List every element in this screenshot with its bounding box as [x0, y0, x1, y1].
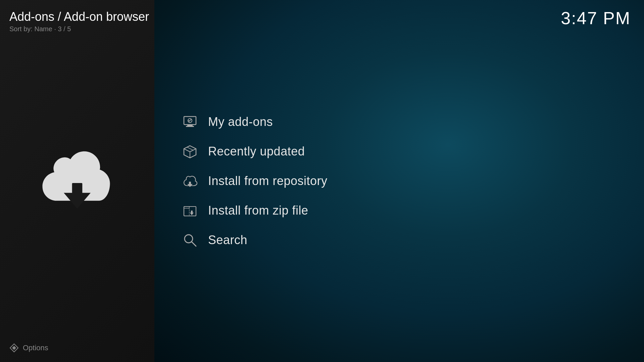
zip-icon [181, 202, 199, 219]
svg-line-9 [184, 149, 190, 152]
box-icon [181, 143, 199, 160]
sidebar-footer[interactable]: Options [9, 343, 48, 353]
svg-rect-15 [184, 207, 196, 216]
install-from-zip-label: Install from zip file [208, 203, 308, 218]
sort-info: Sort by: Name · 3 / 5 [9, 25, 149, 33]
install-from-repository-label: Install from repository [208, 174, 328, 188]
my-addons-label: My add-ons [208, 115, 273, 129]
cloud-icon-container [37, 147, 117, 215]
svg-rect-16 [184, 207, 189, 208]
options-icon [9, 343, 19, 353]
monitor-icon [181, 113, 199, 131]
svg-line-21 [192, 242, 196, 246]
menu-item-install-from-repository[interactable]: Install from repository [175, 168, 644, 194]
options-label: Options [23, 344, 48, 352]
cloud-repo-icon [181, 172, 199, 190]
menu-item-my-addons[interactable]: My add-ons [175, 108, 644, 135]
time-display: 3:47 PM [561, 8, 631, 28]
search-icon [181, 231, 199, 249]
menu-list: My add-ons Recently updated [175, 108, 644, 254]
svg-marker-3 [12, 346, 16, 350]
recently-updated-label: Recently updated [208, 144, 305, 159]
svg-marker-19 [190, 213, 194, 215]
sidebar-header: Add-ons / Add-on browser Sort by: Name ·… [9, 9, 149, 33]
page-title: Add-ons / Add-on browser [9, 9, 149, 24]
sidebar: Add-ons / Add-on browser Sort by: Name ·… [0, 0, 154, 362]
menu-item-install-from-zip[interactable]: Install from zip file [175, 197, 644, 224]
search-label: Search [208, 233, 247, 247]
svg-rect-6 [186, 126, 194, 127]
svg-line-12 [187, 147, 193, 150]
cloud-download-large-icon [37, 147, 117, 215]
svg-rect-5 [187, 125, 193, 126]
main-content: 3:47 PM My add-ons [154, 0, 644, 362]
menu-item-recently-updated[interactable]: Recently updated [175, 138, 644, 165]
menu-item-search[interactable]: Search [175, 227, 644, 254]
